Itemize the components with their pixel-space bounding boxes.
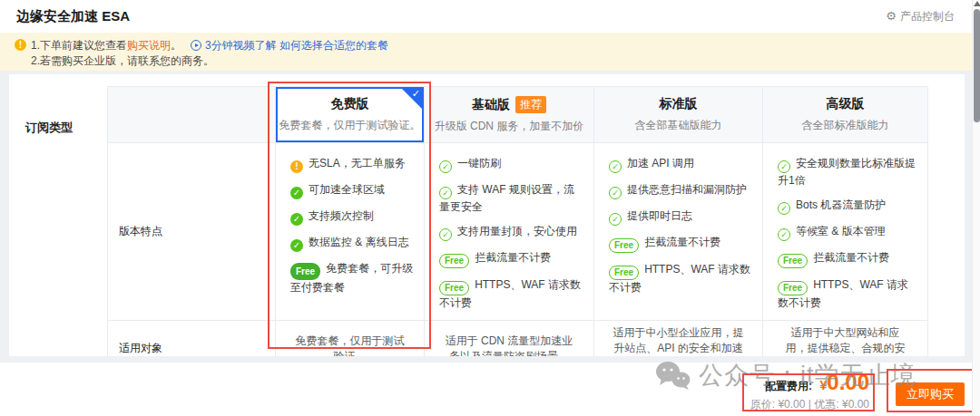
feature-item: ✓一键防刷 (439, 156, 584, 173)
check-outline-icon: ✓ (609, 160, 622, 173)
check-outline-icon: ✓ (439, 160, 452, 173)
recommended-badge: 推荐 (515, 96, 546, 113)
audience-cell-2: 适用于中小型企业应用，提升站点、API 的安全和加速能力。 (594, 321, 763, 357)
audience-cell-1: 适用于 CDN 流量型加速业务以及流量防盗刷场景。 (425, 321, 594, 357)
feature-item: ✓支持 WAF 规则设置，流量更安全 (439, 182, 584, 215)
features-cell-1: ✓一键防刷✓支持 WAF 规则设置，流量更安全✓支持用量封顶，安心使用Free拦… (425, 143, 594, 321)
feature-item: Free拦截流量不计费 (439, 250, 584, 268)
feature-text: 拦截流量不计费 (475, 251, 551, 264)
notice-line1-text: 1.下单前建议您查看 (31, 39, 127, 52)
audience-row-label: 适用对象 (108, 321, 276, 357)
check-outline-icon: ✓ (439, 228, 452, 241)
feature-item: ✓支持用量封顶，安心使用 (439, 224, 584, 241)
subscription-type-label: 订阅类型 (25, 120, 73, 136)
purchase-guide-link[interactable]: 购买说明 (127, 39, 171, 52)
free-badge-outline: Free (778, 281, 808, 295)
notice-bar: ! 1.下单前建议您查看购买说明。3分钟视频了解 如何选择合适您的套餐 2.若需… (0, 33, 980, 71)
play-video-icon[interactable] (191, 40, 201, 51)
product-console-link[interactable]: ⚙产品控制台 (886, 9, 955, 24)
feature-text: 支持用量封顶，安心使用 (457, 225, 577, 237)
plan-header-row: 免费版免费套餐，仅用于测试验证。✓基础版推荐升级版 CDN 服务，加量不加价标准… (108, 87, 928, 143)
annotation-box-buy-button (887, 369, 978, 412)
check-outline-icon: ✓ (439, 187, 452, 199)
vertical-scrollbar[interactable] (972, 0, 980, 416)
feature-item: ✓Bots 机器流量防护 (778, 198, 918, 215)
check-outline-icon: ✓ (609, 213, 622, 226)
free-badge-outline: Free (439, 254, 469, 268)
free-badge-outline: Free (778, 254, 808, 268)
plan-name: 基础版推荐 (425, 96, 593, 113)
notice-line2: 2.若需购买企业版，请联系您的商务。 (31, 53, 214, 69)
feature-text: 安全规则数量比标准版提升1倍 (778, 157, 916, 187)
feature-item: ✓提供恶意扫描和漏洞防护 (609, 182, 753, 199)
page-title: 边缘安全加速 ESA (16, 8, 130, 25)
check-outline-icon: ✓ (609, 187, 622, 199)
plan-subtitle: 含全部标准版能力 (763, 118, 927, 133)
plan-header-1[interactable]: 基础版推荐升级版 CDN 服务，加量不加价 (425, 87, 594, 143)
audience-row: 适用对象免费套餐，仅用于测试验证。适用于 CDN 流量型加速业务以及流量防盗刷场… (108, 321, 928, 357)
check-outline-icon: ✓ (778, 228, 790, 241)
plan-header-3[interactable]: 高级版含全部标准版能力 (763, 87, 928, 143)
check-outline-icon: ✓ (778, 202, 790, 215)
gear-icon: ⚙ (886, 9, 897, 23)
feature-text: 支持 WAF 规则设置，流量更安全 (439, 183, 574, 213)
features-row: 版本特点!无SLA，无工单服务✓可加速全球区域✓支持频次控制✓数据监控 & 离线… (108, 143, 928, 321)
plans-table-body: 免费版免费套餐，仅用于测试验证。✓基础版推荐升级版 CDN 服务，加量不加价标准… (108, 87, 928, 357)
video-guide-link[interactable]: 3分钟视频了解 如何选择合适您的套餐 (205, 39, 388, 52)
features-cell-3: ✓安全规则数量比标准版提升1倍✓Bots 机器流量防护✓等候室 & 版本管理Fr… (763, 143, 928, 321)
feature-text: 提供即时日志 (627, 209, 692, 222)
notice-line1: 1.下单前建议您查看购买说明。3分钟视频了解 如何选择合适您的套餐 (31, 38, 388, 53)
scroll-up-arrow-icon[interactable] (974, 1, 980, 6)
table-corner-cell (108, 87, 276, 143)
notice-period: 。 (171, 39, 181, 52)
esa-purchase-page: 边缘安全加速 ESA ⚙产品控制台 ! 1.下单前建议您查看购买说明。3分钟视频… (0, 0, 980, 416)
plan-header-2[interactable]: 标准版含全部基础版能力 (594, 87, 763, 143)
feature-text: 等候室 & 版本管理 (796, 225, 886, 237)
features-row-label: 版本特点 (108, 143, 276, 321)
annotation-box-fee (742, 373, 875, 411)
check-outline-icon: ✓ (778, 160, 790, 173)
feature-item: FreeHTTPS、WAF 请求数不计费 (439, 277, 584, 311)
feature-item: ✓加速 API 调用 (609, 156, 753, 173)
annotation-box-free-plan (268, 82, 431, 349)
console-link-label: 产品控制台 (900, 10, 955, 23)
plan-name: 标准版 (594, 96, 762, 112)
scrollbar-thumb[interactable] (974, 9, 980, 122)
top-bar: 边缘安全加速 ESA ⚙产品控制台 (0, 0, 980, 33)
feature-text: 拦截流量不计费 (813, 251, 889, 264)
feature-item: FreeHTTPS、WAF 请求数不计费 (778, 277, 918, 311)
feature-text: 提供恶意扫描和漏洞防护 (627, 183, 747, 196)
plan-subtitle: 含全部基础版能力 (594, 118, 762, 133)
plan-subtitle: 升级版 CDN 服务，加量不加价 (425, 119, 593, 134)
feature-item: Free拦截流量不计费 (778, 250, 918, 268)
subscription-card: 订阅类型 免费版免费套餐，仅用于测试验证。✓基础版推荐升级版 CDN 服务，加量… (9, 74, 965, 356)
wechat-icon (655, 360, 691, 391)
feature-text: Bots 机器流量防护 (796, 198, 886, 211)
plans-table: 免费版免费套餐，仅用于测试验证。✓基础版推荐升级版 CDN 服务，加量不加价标准… (107, 86, 928, 356)
feature-item: FreeHTTPS、WAF 请求数不计费 (609, 262, 753, 295)
features-cell-2: ✓加速 API 调用✓提供恶意扫描和漏洞防护✓提供即时日志Free拦截流量不计费… (594, 143, 763, 321)
plan-name: 高级版 (763, 96, 927, 112)
feature-text: 一键防刷 (457, 157, 501, 169)
warning-notice-icon: ! (15, 39, 26, 51)
free-badge-outline: Free (609, 238, 639, 253)
feature-item: ✓等候室 & 版本管理 (778, 224, 918, 241)
free-badge-outline: Free (609, 266, 639, 280)
feature-item: Free拦截流量不计费 (609, 235, 753, 253)
free-badge-outline: Free (439, 281, 469, 295)
feature-item: ✓安全规则数量比标准版提升1倍 (778, 156, 918, 189)
feature-text: 加速 API 调用 (627, 157, 694, 169)
audience-cell-3: 适用于中大型网站和应用，提供稳定、合规的安全加速服务。 (763, 321, 928, 357)
feature-text: 拦截流量不计费 (644, 236, 720, 248)
feature-item: ✓提供即时日志 (609, 208, 753, 226)
